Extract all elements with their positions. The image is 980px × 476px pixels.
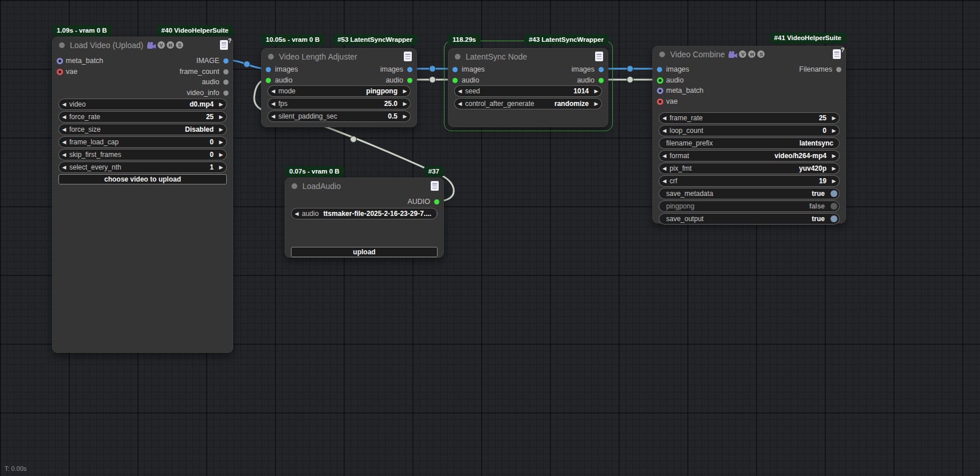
input-slot-meta-batch[interactable]: meta_batch [657,86,703,95]
output-slot-images[interactable]: images [380,65,412,74]
widget-save-metadata[interactable]: save_metadata true [659,188,840,199]
increment-arrow-icon[interactable] [591,88,601,94]
increment-arrow-icon[interactable] [400,113,410,119]
decrement-arrow-icon[interactable] [59,164,69,170]
decrement-arrow-icon[interactable] [268,101,278,107]
decrement-arrow-icon[interactable] [659,153,670,159]
output-slot-audio[interactable]: audio [202,77,229,86]
increment-arrow-icon[interactable] [829,178,839,184]
node-header[interactable]: Video Length Adjuster [262,49,416,64]
increment-arrow-icon[interactable] [829,128,839,133]
increment-arrow-icon[interactable] [216,114,226,120]
node-docs-icon[interactable] [431,181,439,191]
node-video-length-adjuster[interactable]: Video Length Adjuster images audio image… [261,48,417,127]
widget-loop-count[interactable]: loop_count 0 [659,125,840,136]
input-slot-images[interactable]: images [452,65,485,74]
input-slot-images[interactable]: images [266,65,298,74]
node-load-video[interactable]: Load Video (Upload) V H S ? meta_batch v… [52,37,233,353]
reroute-dot[interactable] [351,136,357,143]
widget-audio-file[interactable]: audio ttsmaker-file-2025-2-16-23-29-7...… [291,208,438,219]
output-slot-video-info[interactable]: video_info [187,88,229,97]
collapse-dot-icon[interactable] [659,52,665,57]
widget-control-after-generate[interactable]: control_after_generate randomize [454,98,602,109]
widget-pix-fmt[interactable]: pix_fmt yuv420p [659,163,840,174]
decrement-arrow-icon[interactable] [659,115,670,121]
increment-arrow-icon[interactable] [829,166,839,171]
increment-arrow-icon[interactable] [829,153,839,159]
output-slot-audio[interactable]: audio [385,76,412,85]
output-slot-frame-count[interactable]: frame_count [180,67,229,76]
reroute-dot[interactable] [430,66,436,72]
reroute-dot[interactable] [627,77,633,83]
node-docs-icon[interactable] [595,52,603,61]
widget-pingpong[interactable]: pingpong false [659,200,840,212]
input-slot-audio[interactable]: audio [657,76,684,85]
decrement-arrow-icon[interactable] [59,139,69,145]
widget-silent-padding-sec[interactable]: silent_padding_sec 0.5 [267,111,411,122]
collapse-dot-icon[interactable] [455,54,461,60]
input-slot-audio[interactable]: audio [266,76,293,85]
input-slot-meta-batch[interactable]: meta_batch [57,56,103,65]
node-header[interactable]: LatentSync Node [448,49,608,64]
widget-video[interactable]: video d0.mp4 [58,99,227,110]
node-docs-icon[interactable]: ? [220,40,228,50]
widget-mode[interactable]: mode pingpong [267,85,411,97]
decrement-arrow-icon[interactable] [59,114,69,120]
collapse-dot-icon[interactable] [268,54,274,60]
increment-arrow-icon[interactable] [216,152,226,158]
decrement-arrow-icon[interactable] [268,113,278,119]
decrement-arrow-icon[interactable] [59,101,69,107]
toggle-knob[interactable] [831,215,837,222]
increment-arrow-icon[interactable] [216,101,226,107]
decrement-arrow-icon[interactable] [268,88,278,94]
increment-arrow-icon[interactable] [434,211,438,217]
widget-frame-load-cap[interactable]: frame_load_cap 0 [58,136,227,148]
input-slot-vae[interactable]: vae [657,97,678,106]
output-slot-filenames[interactable]: Filenames [799,65,841,74]
output-slot-images[interactable]: images [572,65,604,74]
toggle-knob[interactable] [831,190,837,197]
decrement-arrow-icon[interactable] [659,128,670,133]
decrement-arrow-icon[interactable] [59,127,69,132]
node-header[interactable]: Load Video (Upload) V H S ? [53,37,233,53]
graph-canvas[interactable]: 1.09s - vram 0 B #40 VideoHelperSuite Lo… [0,0,980,476]
widget-save-output[interactable]: save_output true [659,213,840,225]
increment-arrow-icon[interactable] [591,101,601,107]
widget-select-every-nth[interactable]: select_every_nth 1 [58,162,227,173]
toggle-knob[interactable] [831,203,837,210]
choose-video-button[interactable]: choose video to upload [58,174,227,184]
node-header[interactable]: LoadAudio [285,178,443,194]
node-header[interactable]: Video Combine V H S ? [653,46,845,62]
output-slot-image[interactable]: IMAGE [196,56,229,65]
collapse-dot-icon[interactable] [292,183,297,189]
increment-arrow-icon[interactable] [216,139,226,145]
increment-arrow-icon[interactable] [400,101,410,107]
input-slot-images[interactable]: images [657,65,689,74]
widget-frame-rate[interactable]: frame_rate 25 [659,112,840,124]
widget-seed[interactable]: seed 1014 [454,85,602,97]
input-slot-audio[interactable]: audio [452,76,479,85]
node-docs-icon[interactable]: ? [833,49,841,59]
output-slot-audio[interactable]: audio [577,76,604,85]
reroute-dot[interactable] [244,61,250,68]
decrement-arrow-icon[interactable] [659,166,670,171]
widget-fps[interactable]: fps 25.0 [267,98,411,109]
decrement-arrow-icon[interactable] [59,152,69,158]
node-load-audio[interactable]: LoadAudio AUDIO audio ttsmaker-file-2025… [285,178,444,258]
upload-audio-button[interactable]: upload [291,247,438,257]
node-latentsync[interactable]: LatentSync Node images audio images audi… [448,48,608,127]
widget-format[interactable]: format video/h264-mp4 [659,150,840,162]
widget-crf[interactable]: crf 19 [659,175,840,187]
collapse-dot-icon[interactable] [59,42,65,48]
decrement-arrow-icon[interactable] [455,88,465,94]
increment-arrow-icon[interactable] [216,164,226,170]
increment-arrow-icon[interactable] [216,127,226,132]
widget-force-rate[interactable]: force_rate 25 [58,111,227,123]
widget-skip-first-frames[interactable]: skip_first_frames 0 [58,149,227,160]
decrement-arrow-icon[interactable] [659,178,670,184]
decrement-arrow-icon[interactable] [292,211,302,217]
node-video-combine[interactable]: Video Combine V H S ? images audio [652,46,846,223]
reroute-dot[interactable] [627,66,633,72]
reroute-dot[interactable] [430,77,436,83]
decrement-arrow-icon[interactable] [455,101,465,107]
